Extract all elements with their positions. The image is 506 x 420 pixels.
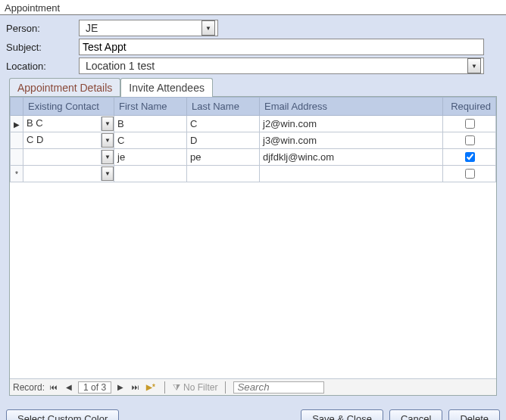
subject-input[interactable] — [79, 39, 484, 55]
col-required[interactable]: Required — [443, 98, 496, 116]
person-combo[interactable]: JE ▼ — [79, 20, 218, 36]
separator — [225, 381, 226, 394]
chevron-down-icon[interactable]: ▼ — [102, 117, 114, 131]
nav-prev-icon[interactable]: ◀ — [63, 381, 75, 394]
select-custom-color-button[interactable]: Select Custom Color — [6, 409, 119, 420]
delete-button[interactable]: Delete — [448, 409, 500, 420]
required-checkbox[interactable] — [465, 152, 475, 162]
existing-contact-combo[interactable]: ▼ — [23, 166, 114, 181]
first-name-cell[interactable] — [114, 166, 187, 182]
tab-invite-attendees[interactable]: Invite Attendees — [120, 78, 213, 97]
person-value: JE — [83, 22, 201, 34]
person-label: Person: — [6, 23, 79, 34]
chevron-down-icon[interactable]: ▼ — [102, 150, 114, 164]
record-label: Record: — [13, 382, 45, 393]
table-row[interactable]: ▼ je pe djfdklj@winc.om — [11, 149, 496, 166]
filter-icon: ⧩ — [173, 382, 180, 393]
save-and-close-button[interactable]: Save & Close — [301, 409, 383, 420]
nav-first-icon[interactable]: ⏮ — [48, 381, 60, 394]
search-input[interactable] — [233, 381, 324, 394]
last-name-cell[interactable]: pe — [187, 149, 260, 166]
col-row-selector — [11, 98, 23, 116]
tab-appointment-details[interactable]: Appointment Details — [9, 78, 120, 97]
separator — [164, 381, 165, 394]
location-combo[interactable]: Location 1 test ▼ — [79, 58, 484, 74]
location-value: Location 1 test — [83, 60, 467, 72]
first-name-cell[interactable]: B — [114, 116, 187, 132]
col-first-name[interactable]: First Name — [114, 98, 187, 116]
cancel-button[interactable]: Cancel — [389, 409, 442, 420]
first-name-cell[interactable]: je — [114, 149, 187, 166]
location-dropdown-icon[interactable]: ▼ — [467, 58, 481, 73]
required-checkbox[interactable] — [465, 119, 475, 129]
last-name-cell[interactable]: D — [187, 132, 260, 149]
existing-contact-combo[interactable]: B C▼ — [23, 117, 114, 131]
email-cell[interactable]: djfdklj@winc.om — [260, 149, 443, 166]
subject-label: Subject: — [6, 42, 79, 53]
col-email[interactable]: Email Address — [260, 98, 443, 116]
last-name-cell[interactable] — [187, 166, 260, 182]
first-name-cell[interactable]: C — [114, 132, 187, 149]
last-name-cell[interactable]: C — [187, 116, 260, 132]
tab-strip: Appointment Details Invite Attendees — [9, 77, 500, 96]
location-label: Location: — [6, 61, 79, 72]
chevron-down-icon[interactable]: ▼ — [102, 133, 114, 148]
form-area: Person: JE ▼ Subject: Location: Location… — [0, 15, 506, 405]
record-position[interactable]: 1 of 3 — [78, 381, 111, 394]
attendee-grid: Existing Contact First Name Last Name Em… — [10, 97, 496, 182]
existing-contact-combo[interactable]: C D▼ — [23, 133, 114, 148]
required-checkbox[interactable] — [465, 135, 475, 145]
required-checkbox[interactable] — [465, 169, 475, 179]
email-cell[interactable]: j2@win.com — [260, 116, 443, 132]
nav-last-icon[interactable]: ⏭ — [130, 381, 142, 394]
button-bar: Select Custom Color Save & Close Cancel … — [0, 405, 506, 420]
email-cell[interactable] — [260, 166, 443, 182]
chevron-down-icon[interactable]: ▼ — [102, 166, 114, 181]
filter-status[interactable]: ⧩ No Filter — [173, 382, 217, 393]
existing-contact-combo[interactable]: ▼ — [23, 150, 114, 164]
email-cell[interactable]: j3@win.com — [260, 132, 443, 149]
col-existing-contact[interactable]: Existing Contact — [23, 98, 114, 116]
row-marker-new-icon: * — [15, 170, 18, 179]
row-marker-current-icon: ▶ — [14, 120, 20, 129]
person-dropdown-icon[interactable]: ▼ — [201, 20, 215, 36]
table-row-new[interactable]: * ▼ — [11, 166, 496, 182]
tab-body: Existing Contact First Name Last Name Em… — [9, 96, 497, 396]
col-last-name[interactable]: Last Name — [187, 98, 260, 116]
record-navigator: Record: ⏮ ◀ 1 of 3 ▶ ⏭ ▶* ⧩ No Filter — [10, 378, 496, 395]
table-row[interactable]: ▶ B C▼ B C j2@win.com — [11, 116, 496, 132]
window-title: Appointment — [0, 0, 506, 15]
nav-new-icon[interactable]: ▶* — [145, 381, 157, 394]
table-row[interactable]: C D▼ C D j3@win.com — [11, 132, 496, 149]
nav-next-icon[interactable]: ▶ — [114, 381, 126, 394]
